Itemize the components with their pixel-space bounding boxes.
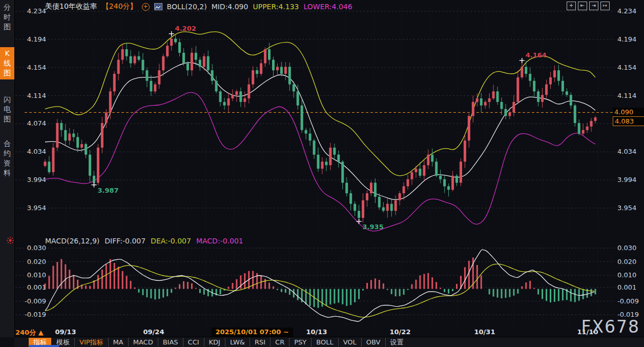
chart-app: 分时图K线图闪电图合约资料 美债10年收益率 【240分】 + BOLL(20,… [0,0,644,347]
zoom-right-icon[interactable]: ⇥ [589,2,598,10]
period-label[interactable]: 【240分】 [102,2,137,11]
symbol-title: 美债10年收益率 [45,2,97,11]
x-axis: 240分 ▲ 09/1309/2410/1310/2210/3111/10 20… [0,328,644,336]
chart-canvas[interactable] [0,0,644,347]
scrollbar-thumb[interactable] [29,345,59,347]
macd-diff-value: DIFF:-0.007 [105,237,146,245]
macd-macd-value: MACD:-0.001 [196,237,243,245]
live-icon [7,236,14,246]
toolbar-item-VOL[interactable]: VOL [339,338,362,346]
toolbar-item-OBV[interactable]: OBV [362,338,386,346]
x-axis-tick: 10/31 [474,328,495,336]
axis-tick-label: -0.009 [14,297,46,305]
axis-tick-label: 0.030 [14,244,46,252]
low-price-annotation: 3.987 [97,187,118,194]
axis-tick-label: 4.194 [14,35,46,43]
boll-mid-value: MID:4.090 [212,3,248,11]
macd-dea-value: DEA:-0.007 [151,237,191,245]
axis-tick-label: 3.994 [617,176,636,183]
axis-tick-label: 0.010 [617,271,636,279]
toolbar-item-VIP指标[interactable]: VIP指标 [75,338,109,346]
boll-label: BOLL(20,2) [167,3,207,11]
boll-upper-value: UPPER:4.133 [253,3,299,11]
axis-tick-label: -0.009 [617,297,639,305]
toolbar-item-BOLL[interactable]: BOLL [311,338,338,346]
sidebar: 分时图K线图闪电图合约资料 [0,0,15,337]
zoom-left-icon[interactable]: ⇤ [578,2,587,10]
axis-tick-label: 4.114 [617,92,636,99]
toolbar-item-KDJ[interactable]: KDJ [204,338,225,346]
toolbar-item-PSY[interactable]: PSY [289,338,311,346]
chart-header: 美债10年收益率 【240分】 + BOLL(20,2) MID:4.090 U… [45,2,352,11]
chart-tool-buttons: +⇤⇥↦ [567,2,610,10]
axis-tick-label: 0.001 [617,283,636,291]
axis-tick-label: 4.194 [617,35,636,43]
axis-tick-label: 4.234 [617,7,636,15]
toolbar-item-设置[interactable]: 设置 [386,338,408,346]
toolbar-item-MACD[interactable]: MACD [129,338,158,346]
toolbar-item-BIAS[interactable]: BIAS [158,338,183,346]
watermark-logo: FX678 [581,317,640,337]
toolbar-item-LW&[interactable]: LW& [225,338,250,346]
axis-tick-label: 0.001 [14,283,46,291]
axis-tick-label: 4.034 [617,148,636,155]
axis-tick-label: 4.114 [14,92,46,99]
crosshair-icon[interactable]: + [567,2,576,10]
sidebar-tab-1[interactable]: 分时图 [0,3,14,31]
sidebar-tab-3[interactable]: 闪电图 [0,95,14,124]
axis-tick-label: 3.954 [14,204,46,212]
low-price-annotation: 3.935 [363,223,384,231]
current-price-badge: 4.083 [613,116,644,126]
axis-tick-label: 0.020 [617,258,636,266]
axis-tick-label: 4.154 [617,64,636,71]
toolbar-item-CR[interactable]: CR [271,338,289,346]
axis-tick-label: 4.034 [14,148,46,155]
toolbar-item-MA[interactable]: MA [109,338,129,346]
chart-type-icon[interactable] [154,3,162,10]
x-axis-tick: 10/22 [390,328,411,336]
toolbar-item-CCI[interactable]: CCI [183,338,204,346]
axis-tick-label: 0.030 [617,244,636,252]
axis-tick-label: 4.154 [14,64,46,71]
axis-tick-label: 0.010 [14,271,46,279]
add-indicator-icon[interactable]: + [142,3,150,11]
axis-tick-label: 4.074 [14,119,46,127]
macd-header: MACD(26,12,9) DIFF:-0.007 DEA:-0.007 MAC… [45,237,243,245]
macd-name: MACD(26,12,9) [45,237,99,245]
axis-tick-label: 3.954 [617,204,636,212]
sidebar-tab-4[interactable]: 合约资料 [0,139,14,177]
sidebar-tab-2[interactable]: K线图 [0,47,14,79]
period-selector[interactable]: 240分 ▲ [15,328,44,337]
x-axis-tick: 09/24 [143,328,164,336]
indicator-toolbar: 指标模板VIP指标MAMACDBIASCCIKDJLW&RSICRPSYBOLL… [14,337,644,347]
boll-lower-value: LOWER:4.046 [304,3,352,11]
pan-right-icon[interactable]: ↦ [600,2,610,10]
x-axis-tick: 09/13 [55,328,76,336]
ref-price-badge: 4.090 [613,108,644,116]
high-price-annotation: 4.164 [526,51,547,59]
axis-tick-label: 4.234 [14,7,46,15]
high-price-annotation: 4.202 [175,25,196,32]
axis-tick-label: 3.994 [14,176,46,183]
x-axis-tick: 10/13 [306,328,327,336]
axis-tick-label: -0.019 [14,311,46,318]
toolbar-item-RSI[interactable]: RSI [250,338,271,346]
axis-tick-label: 0.020 [14,258,46,266]
